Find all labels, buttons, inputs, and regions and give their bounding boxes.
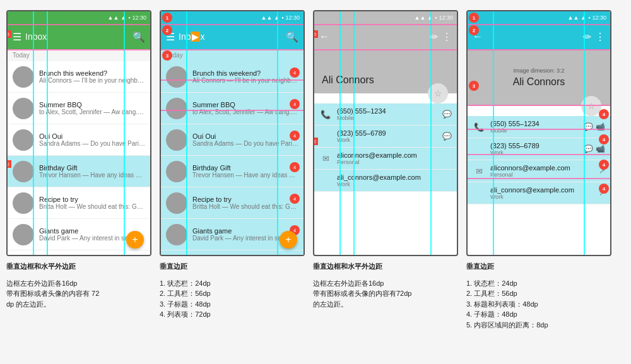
- item-title: Summer BBQ: [39, 101, 145, 109]
- image-dimension-label: Image dimesion: 3:2: [513, 68, 564, 74]
- video-icon-p4-2[interactable]: 📹: [596, 144, 605, 153]
- toolbar-title-2: Inb▶x: [179, 32, 282, 42]
- item-title: Brunch this weekend?: [192, 69, 298, 77]
- battery-icon-4: ▪: [588, 15, 590, 21]
- h-line-status: [8, 24, 150, 25]
- phone-screen-3: 16 72 ▲▲ ▲ ▪ 12:30 ← ✏ ⋮ Ali Connors ☆: [313, 10, 458, 256]
- desc-panel-2: 垂直边距 1. 状态栏：24dp 2. 工具栏：56dp 3. 子标题：48dp…: [160, 261, 308, 320]
- avatar: [166, 161, 187, 182]
- desc-line-4-4: 5. 内容区域间的距离：8dp: [466, 320, 615, 331]
- item-subtitle: to Alex, Scott, Jennifer — Aw dang. Wish…: [39, 109, 145, 115]
- desc-line-3: dp 的左边距。: [6, 299, 155, 310]
- badge: 4: [290, 162, 300, 172]
- avatar: [13, 98, 34, 119]
- pink-h1: [161, 24, 304, 25]
- sms-icon[interactable]: 💬: [442, 110, 452, 119]
- item-title: Oui Oui: [39, 132, 145, 140]
- item-title: Recipe to try: [39, 196, 145, 203]
- item-title: Summer BBQ: [192, 101, 298, 109]
- avatar: [166, 66, 187, 88]
- list-item-1-2[interactable]: Oui Oui Sandra Adams — Do you have Paris…: [8, 124, 150, 156]
- fab-2[interactable]: +: [280, 231, 297, 249]
- sms-icon-p4-2[interactable]: 💬: [584, 144, 593, 153]
- contact-phone2-4[interactable]: (323) 555–6789 Work 💬 📹: [468, 138, 610, 160]
- sms-icon-2[interactable]: 💬: [442, 132, 452, 141]
- toolbar-3: ← ✏ ⋮: [314, 24, 457, 49]
- item-content: Brunch this weekend? Ali Connors — I'll …: [192, 69, 298, 84]
- fab-1[interactable]: +: [126, 231, 144, 249]
- desc-panel-4: 垂直边距 1. 状态栏：24dp 2. 工具栏：56dp 3. 标题和列表项：4…: [466, 261, 615, 330]
- badge: 4: [290, 194, 300, 204]
- red-marker-16: 16: [6, 30, 11, 38]
- contact-info-p4-3: aliconnors@example.com Personal: [490, 164, 599, 178]
- margin-line-left: [33, 11, 34, 255]
- panel1: 16 22 ▲▲ ▲ ▪ 12:30 ☰ Inbox 🔍 Today: [6, 10, 155, 364]
- toolbar-1: ☰ Inbox 🔍: [8, 24, 150, 49]
- avatar: [166, 129, 187, 151]
- contact-email2-3[interactable]: ali_connors@example.com Work: [314, 170, 457, 192]
- list-item-1-0[interactable]: Brunch this weekend? Ali Connors — I'll …: [8, 61, 150, 93]
- list-item-2-0[interactable]: Brunch this weekend? Ali Connors — I'll …: [161, 61, 304, 93]
- item-title: Brunch this weekend?: [39, 69, 145, 77]
- avatar: [13, 224, 34, 245]
- desc-title-4: 垂直边距: [466, 261, 615, 272]
- avatar: [166, 192, 187, 214]
- phone-icon-4: 📞: [473, 120, 485, 133]
- email-icon-3: ✉: [319, 152, 332, 165]
- item-subtitle: Sandra Adams — Do you have Paris reco...: [192, 140, 298, 147]
- item-content: Birthday Gift Trevor Hansen — Have any i…: [192, 164, 298, 179]
- annot-p4-3: 3: [469, 81, 479, 91]
- pink-h4: [161, 110, 304, 111]
- contact-phone2-3[interactable]: (323) 555–6789 Work 💬: [314, 126, 457, 148]
- annot-p4-4a: 4: [599, 109, 609, 119]
- cyan-v2-p3: [353, 11, 355, 255]
- contact-email1-3[interactable]: ✉ aliconnors@example.com Personal: [314, 148, 457, 170]
- list-item-1-4[interactable]: Recipe to try Britta Holt — We should ea…: [8, 187, 150, 219]
- contact-body-3: 📞 (650) 555–1234 Mobile 💬 (323) 555–6789…: [314, 103, 457, 192]
- contact-email2-4[interactable]: ali_connors@example.com Work ↗: [468, 182, 610, 204]
- time-display-3: 12:30: [439, 15, 453, 21]
- list-header-1: Today: [8, 49, 150, 61]
- signal-icon: ▲▲: [108, 15, 119, 21]
- toolbar-4: ← ✏ ⋮: [468, 24, 610, 49]
- item-subtitle: Britta Holt — We should eat this: Grated…: [192, 203, 298, 210]
- cyan-v3-p3: [430, 11, 432, 255]
- list-item-2-2[interactable]: Oui Oui Sandra Adams — Do you have Paris…: [161, 124, 304, 156]
- search-icon-2[interactable]: 🔍: [286, 31, 298, 43]
- list-item-1-3[interactable]: Birthday Gift Trevor Hansen — Have any i…: [8, 156, 150, 187]
- phone-icon-3: 📞: [319, 108, 332, 120]
- status-bar-4: ▲▲ ▲ ▪ 12:30: [468, 11, 610, 24]
- desc-line-2-3: 4. 列表项：72dp: [160, 309, 308, 320]
- badge: 4: [290, 68, 300, 78]
- list-item-2-3[interactable]: Birthday Gift Trevor Hansen — Have any i…: [161, 156, 304, 187]
- contact-info-p4-4: ali_connors@example.com Work: [490, 186, 599, 200]
- phone-icon-4b: [473, 143, 485, 155]
- contact-phone1-3[interactable]: 📞 (650) 555–1234 Mobile 💬: [314, 103, 457, 126]
- email-value-p4-2: ali_connors@example.com: [490, 186, 599, 194]
- phone-screen-2: 1 2 3 ▲▲ ▲ ▪ 12:30 ☰ Inb▶x 🔍 Today: [160, 10, 305, 256]
- list-item-1-1[interactable]: Summer BBQ to Alex, Scott, Jennifer — Aw…: [8, 93, 150, 124]
- back-icon-3[interactable]: ←: [319, 31, 329, 42]
- item-subtitle: Trevor Hansen — Have any ideas about ...: [192, 172, 298, 179]
- desc-line-4-3: 4. 子标题：48dp: [466, 309, 615, 320]
- list-item-1-6[interactable]: Montauk Weekend: [8, 250, 150, 256]
- email-icon-4: ✉: [473, 165, 485, 177]
- contact-phone1-4[interactable]: 📞 (650) 555–1234 Mobile 💬 📹: [468, 116, 610, 138]
- more-icon-4[interactable]: ⋮: [595, 31, 605, 43]
- search-icon-1[interactable]: 🔍: [133, 31, 145, 43]
- list-item-2-4[interactable]: Recipe to try Britta Holt — We should ea…: [161, 187, 304, 219]
- list-item-2-1[interactable]: Summer BBQ to Alex, Scott, Jennifer — Aw…: [161, 93, 304, 124]
- status-bar-2: ▲▲ ▲ ▪ 12:30: [161, 11, 304, 24]
- panel2: 1 2 3 ▲▲ ▲ ▪ 12:30 ☰ Inb▶x 🔍 Today: [160, 10, 308, 364]
- item-subtitle: Sandra Adams — Do you have Paris reco...: [39, 140, 145, 147]
- desc-title-3: 垂直边框和水平外边距: [313, 261, 461, 272]
- time-display-4: 12:30: [592, 15, 606, 21]
- desc-line-1: 边框左右外边距各16dp: [6, 278, 155, 289]
- email-label-p4-2: Work: [490, 194, 599, 200]
- list-item-2-6[interactable]: Montauk Weekend 4: [161, 250, 304, 256]
- menu-icon[interactable]: ☰: [13, 31, 21, 43]
- signal-icon-4: ▲▲: [568, 15, 579, 21]
- panel3: 16 72 ▲▲ ▲ ▪ 12:30 ← ✏ ⋮ Ali Connors ☆: [313, 10, 461, 364]
- desc-line-4-0: 1. 状态栏：24dp: [466, 278, 615, 289]
- more-icon-3[interactable]: ⋮: [442, 31, 452, 43]
